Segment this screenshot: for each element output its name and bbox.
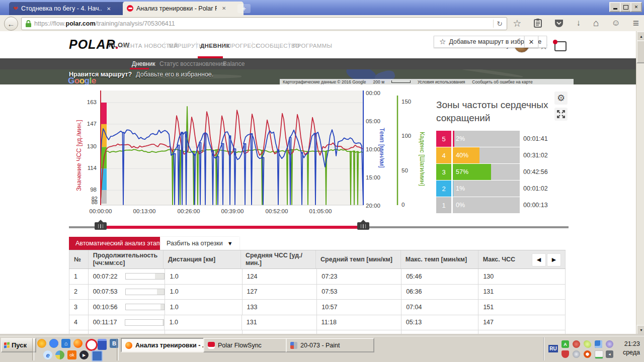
messages-icon[interactable]	[554, 41, 567, 51]
pocket-icon[interactable]	[554, 19, 564, 28]
ie-icon[interactable]: e	[43, 350, 52, 359]
slider-handle-right[interactable]	[357, 222, 369, 230]
tab-title: Стодневка по бегу - 4. Нач...	[21, 5, 102, 12]
x-tick: 00:13:00	[127, 208, 162, 214]
pace-tick: 15:00	[366, 174, 380, 180]
nav-progress[interactable]: ПРОГРЕСС	[227, 43, 260, 49]
tab-close-icon[interactable]: ✕	[222, 6, 226, 11]
google-logo[interactable]: Google	[68, 76, 96, 84]
x-tick: 00:39:00	[215, 208, 250, 214]
star-icon: ☆	[439, 37, 446, 46]
url-prefix: https://flow.	[34, 20, 66, 27]
clock-time: 21:23	[623, 340, 640, 348]
task-flowsync-button[interactable]: Polar FlowSync	[203, 338, 292, 352]
split-segments-tab[interactable]: Разбить на отрезки▼	[160, 237, 239, 250]
close-button[interactable]: ✕	[630, 2, 642, 12]
nav-programs[interactable]: ПРОГРАММЫ	[293, 43, 332, 49]
lap-row-5[interactable]: 5 00:10:23 1.0 134 10:24 05:03 151	[69, 330, 566, 334]
subnav-balance[interactable]: Balance	[223, 60, 245, 67]
zone-time: 00:01:02	[523, 185, 548, 192]
nav-routes[interactable]: МАРШРУТЫ	[169, 43, 204, 49]
new-tab-button[interactable]: +	[237, 4, 251, 13]
gear-icon[interactable]: ⚙	[554, 92, 568, 105]
reload-icon[interactable]: ↻	[497, 20, 503, 28]
cadence-tick: 0	[401, 202, 405, 208]
taskbar-divider	[32, 338, 34, 360]
maps-icon[interactable]	[55, 350, 64, 359]
col-distance: Дистанция [км]	[164, 250, 241, 268]
task-firefox-button[interactable]: Анализ тренировки - ...	[121, 338, 210, 352]
home-icon[interactable]: ⌂	[593, 18, 599, 29]
prev-column-button[interactable]: ◀	[532, 253, 546, 266]
lock-icon	[26, 20, 31, 27]
tab-close-icon[interactable]: ✕	[107, 6, 111, 12]
zone-percent: 57%	[456, 168, 468, 175]
start-button[interactable]: Пуск	[1, 338, 36, 352]
tray-agent-icon[interactable]	[584, 350, 591, 358]
map-terms-link[interactable]: Условия использования	[418, 79, 465, 84]
amigo-icon[interactable]	[37, 339, 46, 348]
pace-tick: 10:00	[366, 146, 380, 152]
tray-mail-icon[interactable]	[595, 350, 603, 359]
zone-percent: 1%	[456, 185, 465, 192]
task-paint-button[interactable]: 20-073 - Paint	[286, 338, 374, 352]
lap-row-3[interactable]: 3 00:10:56 1.0 133 10:57 07:04 151	[69, 300, 566, 315]
lap-row-1[interactable]: 1 00:07:22 1.0 124 07:23 05:46 130	[69, 269, 566, 285]
language-indicator[interactable]: RU	[548, 345, 558, 352]
tray-webcam-icon[interactable]	[573, 350, 580, 358]
tray-shield-icon[interactable]	[561, 350, 569, 358]
lap-row-2[interactable]: 2 00:07:53 1.0 127 07:53 06:36 131	[69, 285, 566, 300]
tray-volume-icon[interactable]: ◂	[606, 350, 613, 358]
taskbar-clock[interactable]: 21:23 среда	[623, 340, 640, 357]
mailru-icon[interactable]: ⌂	[61, 339, 70, 348]
url-bar[interactable]: https://flow.polar.com/training/analysis…	[21, 17, 507, 30]
menu-hamburger-icon[interactable]: ≡	[633, 17, 639, 29]
expand-icon[interactable]	[554, 108, 568, 121]
feedback-smiley-icon[interactable]: ☺	[611, 18, 620, 28]
tray-antivirus-icon[interactable]: A	[561, 340, 569, 348]
scrollbar-thumb[interactable]	[636, 40, 644, 63]
subnav-diary[interactable]: Дневник	[132, 60, 155, 67]
scroll-down-icon[interactable]: ▼	[636, 325, 644, 334]
nav-diary[interactable]: ДНЕВНИК	[200, 43, 230, 49]
col-max-hr: Макс. ЧСС ◀ ▶	[478, 250, 566, 268]
bookmark-star-icon[interactable]: ☆	[513, 18, 521, 29]
pace-tick: 05:00	[366, 118, 380, 124]
opera-icon[interactable]	[86, 339, 98, 351]
tray-torrent-icon[interactable]	[606, 340, 613, 348]
browser-tab-1[interactable]: ❤ Стодневка по бегу - 4. Нач... ✕	[9, 2, 130, 15]
tray-network-icon[interactable]	[595, 340, 602, 348]
route-map[interactable]: Нравится маршрут?Добавьте его в избранно…	[0, 69, 636, 84]
windows-logo-icon	[4, 342, 10, 348]
auto-lap-analysis-tab[interactable]: Автоматический анализ этапов	[69, 237, 173, 250]
minimize-button[interactable]	[609, 2, 621, 12]
chrome-icon[interactable]	[49, 339, 58, 348]
downloads-icon[interactable]: ↓	[576, 18, 581, 28]
lap-row-4[interactable]: 4 00:11:17 1.0 131 11:18 05:13 147	[69, 315, 566, 331]
next-column-button[interactable]: ▶	[547, 253, 561, 266]
slider-handle-left[interactable]	[95, 222, 107, 230]
utility-icon[interactable]	[92, 350, 103, 361]
ok-icon[interactable]: ok	[67, 350, 76, 359]
flowsync-icon	[208, 342, 215, 349]
hr-tick: 88	[83, 199, 98, 205]
clock-day: среда	[623, 348, 640, 357]
media-player-icon[interactable]: ▶	[79, 350, 89, 359]
subnav-recovery[interactable]: Статус восстановления	[159, 60, 225, 67]
tray-bug-icon[interactable]	[573, 340, 580, 348]
save-disk-icon[interactable]	[98, 339, 107, 350]
banner-close-button[interactable]: ✕	[524, 36, 538, 48]
scroll-up-icon[interactable]: ▲	[636, 31, 644, 41]
firefox-icon[interactable]	[73, 339, 83, 348]
browser-toolbar: ← https://flow.polar.com/training/analys…	[0, 15, 644, 32]
restore-button[interactable]	[620, 2, 631, 12]
clipboard-icon[interactable]	[534, 19, 542, 28]
browser-titlebar: ❤ Стодневка по бегу - 4. Нач... ✕ Анализ…	[0, 0, 644, 15]
map-report-link[interactable]: Сообщить об ошибке на карте	[472, 79, 532, 84]
browser-tab-2[interactable]: Анализ тренировки - Polar F... ✕	[123, 2, 244, 15]
tray-leaf-icon[interactable]	[584, 340, 591, 348]
map-scale-label: 200 м	[373, 79, 384, 84]
back-button[interactable]: ←	[4, 17, 18, 31]
page-scrollbar[interactable]: ▲ ▼	[636, 31, 644, 334]
range-slider-selection[interactable]	[101, 226, 363, 229]
